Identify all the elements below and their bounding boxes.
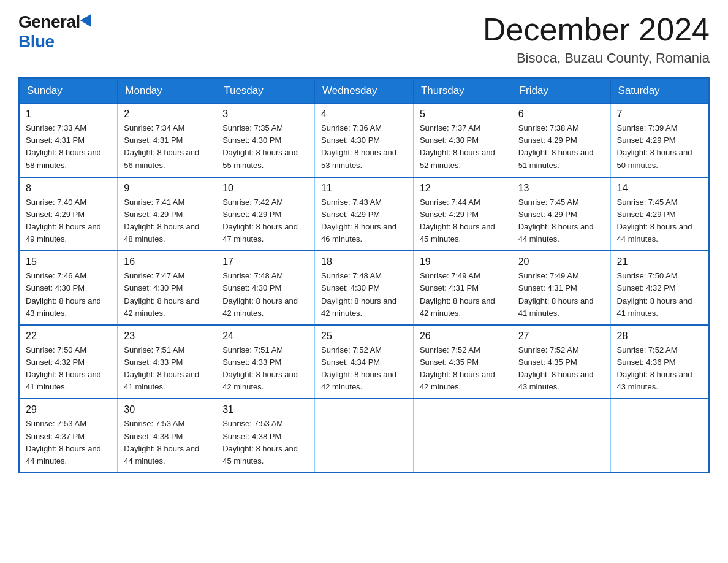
day-number: 26 — [420, 331, 506, 342]
calendar-cell: 13 Sunrise: 7:45 AMSunset: 4:29 PMDaylig… — [512, 177, 610, 251]
day-info: Sunrise: 7:53 AMSunset: 4:38 PMDaylight:… — [124, 419, 199, 465]
page-header: General Blue December 2024 Bisoca, Buzau… — [18, 12, 710, 66]
week-row-5: 29 Sunrise: 7:53 AMSunset: 4:37 PMDaylig… — [19, 399, 709, 473]
calendar-cell: 19 Sunrise: 7:49 AMSunset: 4:31 PMDaylig… — [413, 251, 512, 325]
week-row-3: 15 Sunrise: 7:46 AMSunset: 4:30 PMDaylig… — [19, 251, 709, 325]
day-info: Sunrise: 7:52 AMSunset: 4:34 PMDaylight:… — [321, 345, 396, 391]
day-info: Sunrise: 7:45 AMSunset: 4:29 PMDaylight:… — [518, 197, 594, 243]
calendar-cell: 30 Sunrise: 7:53 AMSunset: 4:38 PMDaylig… — [118, 399, 216, 473]
week-row-2: 8 Sunrise: 7:40 AMSunset: 4:29 PMDayligh… — [19, 177, 709, 251]
day-info: Sunrise: 7:42 AMSunset: 4:29 PMDaylight:… — [222, 197, 298, 243]
day-info: Sunrise: 7:50 AMSunset: 4:32 PMDaylight:… — [617, 271, 692, 317]
calendar-cell: 1 Sunrise: 7:33 AMSunset: 4:31 PMDayligh… — [19, 104, 118, 177]
day-number: 25 — [321, 331, 407, 342]
day-info: Sunrise: 7:45 AMSunset: 4:29 PMDaylight:… — [617, 197, 692, 243]
day-number: 11 — [321, 183, 407, 194]
header-day-tuesday: Tuesday — [216, 78, 315, 104]
calendar-cell: 7 Sunrise: 7:39 AMSunset: 4:29 PMDayligh… — [610, 104, 709, 177]
calendar-cell: 11 Sunrise: 7:43 AMSunset: 4:29 PMDaylig… — [315, 177, 414, 251]
calendar-cell: 27 Sunrise: 7:52 AMSunset: 4:35 PMDaylig… — [512, 325, 610, 399]
calendar-cell: 14 Sunrise: 7:45 AMSunset: 4:29 PMDaylig… — [610, 177, 709, 251]
day-number: 12 — [420, 183, 506, 194]
day-number: 16 — [124, 256, 210, 267]
day-info: Sunrise: 7:48 AMSunset: 4:30 PMDaylight:… — [321, 271, 396, 317]
calendar-cell: 24 Sunrise: 7:51 AMSunset: 4:33 PMDaylig… — [216, 325, 315, 399]
day-info: Sunrise: 7:41 AMSunset: 4:29 PMDaylight:… — [124, 197, 199, 243]
logo-triangle-icon — [80, 14, 96, 30]
day-info: Sunrise: 7:48 AMSunset: 4:30 PMDaylight:… — [222, 271, 298, 317]
day-info: Sunrise: 7:40 AMSunset: 4:29 PMDaylight:… — [26, 197, 101, 243]
day-info: Sunrise: 7:53 AMSunset: 4:38 PMDaylight:… — [222, 419, 298, 465]
calendar-cell — [512, 399, 610, 473]
day-number: 31 — [222, 404, 308, 415]
header-day-saturday: Saturday — [610, 78, 709, 104]
calendar-cell: 21 Sunrise: 7:50 AMSunset: 4:32 PMDaylig… — [610, 251, 709, 325]
header-day-thursday: Thursday — [413, 78, 512, 104]
calendar-cell: 20 Sunrise: 7:49 AMSunset: 4:31 PMDaylig… — [512, 251, 610, 325]
day-number: 27 — [518, 331, 604, 342]
day-number: 3 — [222, 109, 308, 120]
day-number: 24 — [222, 331, 308, 342]
day-number: 10 — [222, 183, 308, 194]
calendar-cell — [315, 399, 414, 473]
day-info: Sunrise: 7:52 AMSunset: 4:36 PMDaylight:… — [617, 345, 692, 391]
calendar-cell: 5 Sunrise: 7:37 AMSunset: 4:30 PMDayligh… — [413, 104, 512, 177]
day-number: 6 — [518, 109, 604, 120]
calendar-table: SundayMondayTuesdayWednesdayThursdayFrid… — [18, 77, 710, 473]
calendar-cell: 26 Sunrise: 7:52 AMSunset: 4:35 PMDaylig… — [413, 325, 512, 399]
calendar-cell — [413, 399, 512, 473]
day-number: 14 — [617, 183, 702, 194]
day-info: Sunrise: 7:51 AMSunset: 4:33 PMDaylight:… — [124, 345, 199, 391]
day-number: 8 — [26, 183, 111, 194]
calendar-cell: 17 Sunrise: 7:48 AMSunset: 4:30 PMDaylig… — [216, 251, 315, 325]
day-number: 29 — [26, 404, 111, 415]
day-number: 1 — [26, 109, 111, 120]
calendar-cell: 29 Sunrise: 7:53 AMSunset: 4:37 PMDaylig… — [19, 399, 118, 473]
week-row-4: 22 Sunrise: 7:50 AMSunset: 4:32 PMDaylig… — [19, 325, 709, 399]
header-day-monday: Monday — [118, 78, 216, 104]
week-row-1: 1 Sunrise: 7:33 AMSunset: 4:31 PMDayligh… — [19, 104, 709, 177]
logo-blue-text: Blue — [18, 32, 55, 52]
day-info: Sunrise: 7:47 AMSunset: 4:30 PMDaylight:… — [124, 271, 199, 317]
location-title: Bisoca, Buzau County, Romania — [483, 50, 710, 66]
day-info: Sunrise: 7:43 AMSunset: 4:29 PMDaylight:… — [321, 197, 396, 243]
calendar-cell: 15 Sunrise: 7:46 AMSunset: 4:30 PMDaylig… — [19, 251, 118, 325]
day-number: 19 — [420, 256, 506, 267]
calendar-cell: 2 Sunrise: 7:34 AMSunset: 4:31 PMDayligh… — [118, 104, 216, 177]
title-section: December 2024 Bisoca, Buzau County, Roma… — [483, 12, 710, 66]
calendar-cell: 8 Sunrise: 7:40 AMSunset: 4:29 PMDayligh… — [19, 177, 118, 251]
calendar-cell: 16 Sunrise: 7:47 AMSunset: 4:30 PMDaylig… — [118, 251, 216, 325]
day-number: 30 — [124, 404, 210, 415]
day-number: 23 — [124, 331, 210, 342]
calendar-cell: 25 Sunrise: 7:52 AMSunset: 4:34 PMDaylig… — [315, 325, 414, 399]
day-info: Sunrise: 7:52 AMSunset: 4:35 PMDaylight:… — [518, 345, 594, 391]
header-day-wednesday: Wednesday — [315, 78, 414, 104]
day-info: Sunrise: 7:44 AMSunset: 4:29 PMDaylight:… — [420, 197, 495, 243]
day-number: 21 — [617, 256, 702, 267]
day-info: Sunrise: 7:34 AMSunset: 4:31 PMDaylight:… — [124, 123, 199, 169]
day-number: 18 — [321, 256, 407, 267]
header-day-friday: Friday — [512, 78, 610, 104]
day-number: 2 — [124, 109, 210, 120]
calendar-cell: 10 Sunrise: 7:42 AMSunset: 4:29 PMDaylig… — [216, 177, 315, 251]
day-number: 9 — [124, 183, 210, 194]
day-number: 28 — [617, 331, 702, 342]
logo: General Blue — [18, 12, 94, 52]
day-info: Sunrise: 7:52 AMSunset: 4:35 PMDaylight:… — [420, 345, 495, 391]
calendar-cell: 9 Sunrise: 7:41 AMSunset: 4:29 PMDayligh… — [118, 177, 216, 251]
day-number: 4 — [321, 109, 407, 120]
day-info: Sunrise: 7:36 AMSunset: 4:30 PMDaylight:… — [321, 123, 396, 169]
day-info: Sunrise: 7:49 AMSunset: 4:31 PMDaylight:… — [518, 271, 594, 317]
day-number: 13 — [518, 183, 604, 194]
calendar-cell — [610, 399, 709, 473]
header-day-sunday: Sunday — [19, 78, 118, 104]
calendar-cell: 22 Sunrise: 7:50 AMSunset: 4:32 PMDaylig… — [19, 325, 118, 399]
calendar-cell: 23 Sunrise: 7:51 AMSunset: 4:33 PMDaylig… — [118, 325, 216, 399]
day-info: Sunrise: 7:33 AMSunset: 4:31 PMDaylight:… — [26, 123, 101, 169]
calendar-cell: 31 Sunrise: 7:53 AMSunset: 4:38 PMDaylig… — [216, 399, 315, 473]
calendar-cell: 3 Sunrise: 7:35 AMSunset: 4:30 PMDayligh… — [216, 104, 315, 177]
day-info: Sunrise: 7:46 AMSunset: 4:30 PMDaylight:… — [26, 271, 101, 317]
day-info: Sunrise: 7:35 AMSunset: 4:30 PMDaylight:… — [222, 123, 298, 169]
month-title: December 2024 — [483, 12, 710, 47]
calendar-cell: 28 Sunrise: 7:52 AMSunset: 4:36 PMDaylig… — [610, 325, 709, 399]
